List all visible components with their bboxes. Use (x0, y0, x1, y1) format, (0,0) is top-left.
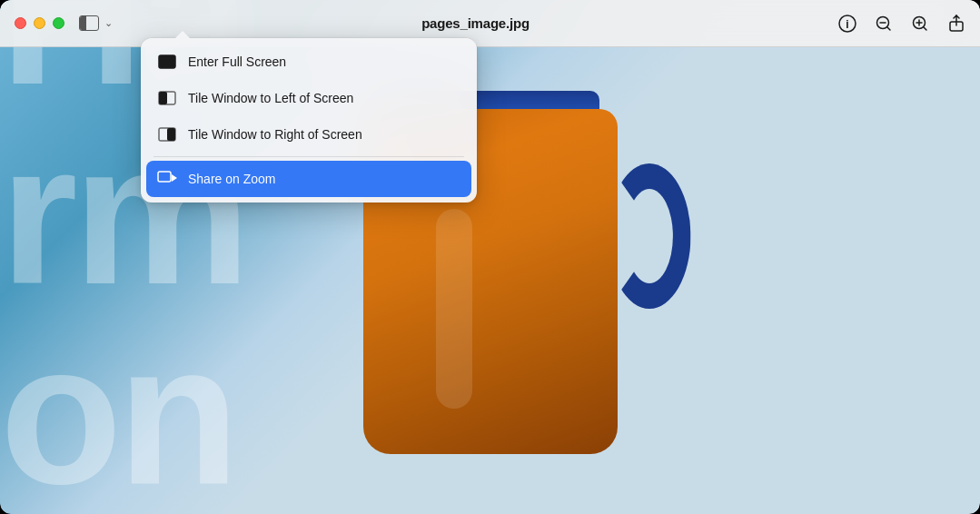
svg-rect-12 (159, 55, 175, 68)
sidebar-toggle-button[interactable]: ⌄ (79, 15, 113, 31)
zoom-in-button[interactable] (911, 15, 929, 33)
svg-line-4 (887, 27, 890, 30)
tile-right-icon (157, 124, 177, 144)
svg-rect-17 (158, 172, 171, 182)
menu-item-label: Tile Window to Left of Screen (188, 91, 353, 105)
menu-item-enter-full-screen[interactable]: Enter Full Screen (146, 44, 471, 80)
svg-marker-18 (172, 174, 177, 182)
share-zoom-icon (157, 169, 177, 189)
svg-text:i: i (846, 18, 848, 31)
close-button[interactable] (15, 17, 26, 29)
menu-item-tile-left[interactable]: Tile Window to Left of Screen (146, 80, 471, 116)
sidebar-icon (79, 15, 99, 31)
fullscreen-icon (157, 52, 177, 72)
menu-item-tile-right[interactable]: Tile Window to Right of Screen (146, 116, 471, 153)
maximize-button[interactable] (53, 17, 64, 29)
dropdown-menu: Enter Full Screen Tile Window to Left of… (141, 38, 477, 203)
traffic-lights (15, 17, 64, 29)
svg-line-8 (924, 27, 926, 30)
info-button[interactable]: i (838, 15, 856, 33)
svg-rect-14 (159, 92, 167, 104)
zoom-out-button[interactable] (875, 15, 893, 33)
menu-item-label: Enter Full Screen (188, 54, 286, 69)
tile-left-icon (157, 88, 177, 108)
minimize-button[interactable] (34, 17, 45, 29)
window-title: pages_image.jpg (113, 15, 838, 31)
menu-divider (153, 156, 464, 157)
share-button[interactable] (947, 15, 965, 33)
menu-item-label: Share on Zoom (188, 172, 276, 186)
menu-item-label: Tile Window to Right of Screen (188, 127, 362, 142)
menu-item-share-zoom[interactable]: Share on Zoom (146, 161, 471, 197)
toolbar-icons: i (838, 15, 965, 33)
chevron-down-icon: ⌄ (104, 17, 113, 29)
svg-rect-16 (167, 128, 175, 141)
